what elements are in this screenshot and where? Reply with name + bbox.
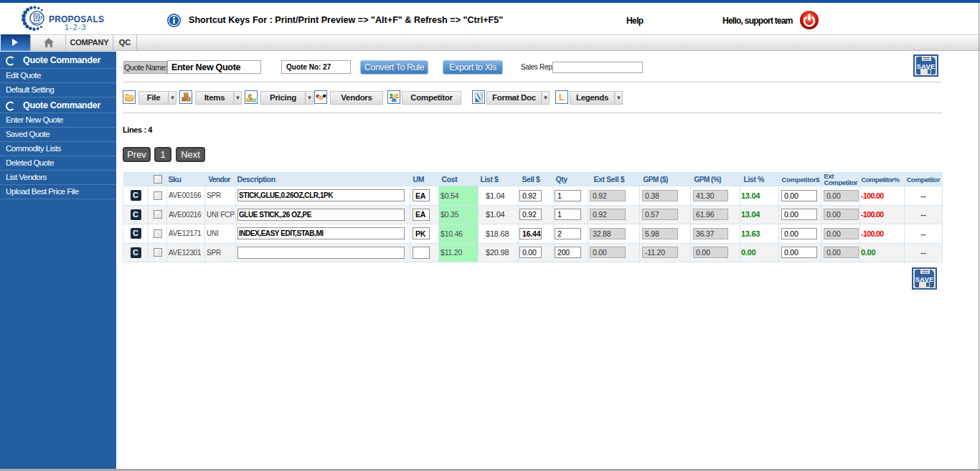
svg-text:1-2-3: 1-2-3 (65, 23, 87, 32)
